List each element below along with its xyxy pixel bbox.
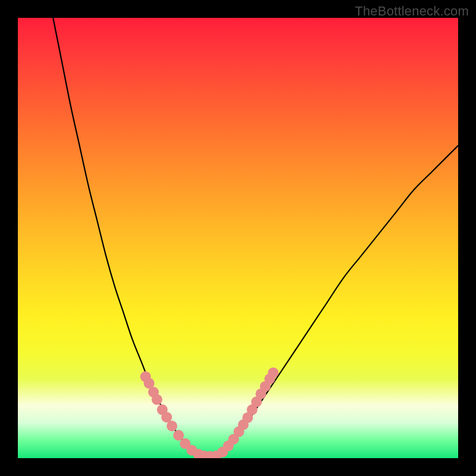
curve-left-path bbox=[53, 18, 203, 457]
marker-dot bbox=[173, 430, 184, 441]
watermark: TheBottleneck.com bbox=[355, 4, 469, 19]
marker-dot bbox=[167, 421, 177, 431]
chart-svg bbox=[18, 18, 458, 458]
chart-frame: TheBottleneck.com bbox=[0, 0, 476, 476]
marker-group bbox=[140, 367, 279, 458]
marker-dot bbox=[152, 394, 162, 405]
marker-dot bbox=[268, 367, 278, 378]
plot-area bbox=[18, 18, 458, 458]
